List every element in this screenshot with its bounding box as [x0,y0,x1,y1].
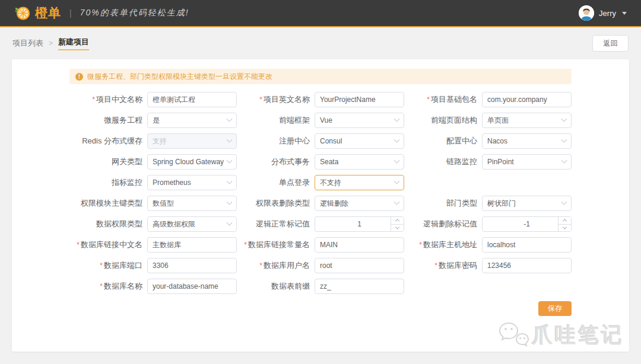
form-grid: *项目中文名称*项目英文名称*项目基础包名微服务工程是前端框架Vue前端页面结构… [69,92,572,294]
form-field: 数据表前缀 [237,279,404,294]
select-dropdown[interactable]: Vue [315,113,404,128]
field-label-text: 数据库密码 [439,261,477,270]
warning-banner: ! 微服务工程、部门类型权限模块主键类型一旦设置不能更改 [69,69,572,84]
field-label-text: 分布式事务 [271,157,310,166]
user-menu[interactable]: Jerry [579,5,627,21]
text-input[interactable] [147,237,237,253]
select-dropdown[interactable]: Prometheus [147,175,237,190]
select-dropdown[interactable]: Seata [315,154,404,170]
stepper-up-button[interactable] [559,217,571,225]
select-value: 高级数据权限 [153,219,195,229]
select-dropdown[interactable]: Nacos [482,133,572,149]
form-field: 权限模块主键类型数值型 [69,196,237,211]
form-field: Redis 分布式缓存支持 [69,133,237,149]
form-field: *项目基础包名 [404,92,572,107]
text-input[interactable] [147,258,237,273]
field-control [315,279,404,294]
select-dropdown[interactable]: 数值型 [147,196,237,211]
field-control [315,237,404,253]
field-label: *项目基础包名 [404,94,482,105]
orange-slice-icon [14,5,30,21]
select-value: 树状部门 [487,199,516,209]
text-input[interactable] [315,92,404,107]
field-label-text: 数据库链接常量名 [248,240,310,249]
field-control [315,92,404,107]
field-label: 网关类型 [69,157,147,167]
required-asterisk: * [92,95,95,104]
form-field: *项目英文名称 [237,92,404,107]
required-asterisk: * [259,95,262,104]
chevron-up-icon [395,219,399,223]
field-label: *项目中文名称 [69,94,147,105]
text-input[interactable] [315,258,404,273]
select-dropdown[interactable]: 单页面 [482,113,572,128]
field-label: *数据库主机地址 [404,240,482,250]
field-label: *数据库链接中文名 [69,240,147,250]
required-asterisk: * [259,261,262,270]
stepper-up-button[interactable] [391,217,404,225]
stepper-down-button[interactable] [559,225,571,232]
select-value: PinPoint [487,158,514,166]
text-input[interactable] [482,92,572,107]
field-label-text: 权限表删除类型 [256,199,310,207]
field-control [315,258,404,273]
field-control [482,237,572,253]
required-asterisk: * [100,282,103,290]
field-control: Prometheus [147,175,237,190]
select-value: 是 [153,116,160,126]
select-dropdown[interactable]: PinPoint [482,154,572,170]
field-label: 部门类型 [404,198,482,209]
field-label-text: 数据库主机地址 [423,240,477,249]
save-button[interactable]: 保存 [538,301,572,316]
field-label-text: 数据库名称 [104,282,142,290]
select-dropdown[interactable]: 树状部门 [482,196,572,211]
form-field: 配置中心Nacos [404,133,572,149]
breadcrumb-parent[interactable]: 项目列表 [12,38,43,49]
form-field: 链路监控PinPoint [404,154,572,170]
chevron-down-icon [227,136,233,142]
select-value: Consul [320,137,342,145]
select-dropdown[interactable]: 是 [147,113,237,128]
select-dropdown[interactable]: Consul [315,133,404,149]
field-label-text: 指标监控 [112,178,142,187]
chevron-down-icon [394,136,400,142]
select-dropdown[interactable]: 不支持 [315,175,404,190]
text-input[interactable] [482,258,572,273]
text-input[interactable] [315,279,404,294]
field-label-text: 注册中心 [279,136,310,145]
brand: 橙单 [14,5,61,21]
field-label: *数据库名称 [69,281,147,292]
select-value: Nacos [487,137,507,145]
chevron-down-icon [227,116,233,122]
field-label: 数据权限类型 [69,219,147,229]
field-label-text: 数据表前缀 [271,282,310,290]
required-asterisk: * [419,241,422,249]
tagline: 70%的表单代码轻松生成! [80,8,189,18]
form-field: *数据库链接中文名 [69,237,237,253]
field-control [482,92,572,107]
back-button[interactable]: 返回 [592,35,629,52]
form-field: 单点登录不支持 [237,175,404,190]
chevron-down-icon [395,225,399,229]
chevron-down-icon [394,199,400,205]
text-input[interactable] [147,92,237,107]
form-field: 微服务工程是 [69,113,237,128]
form-field: 逻辑正常标记值 [237,216,404,232]
select-dropdown[interactable]: 高级数据权限 [147,216,237,232]
field-label-text: 数据库链接中文名 [81,240,142,249]
text-input[interactable] [147,279,237,294]
field-control: PinPoint [482,154,572,170]
form-field: 网关类型Spring Cloud Gateway [69,154,237,170]
text-input[interactable] [315,237,404,253]
field-label: 配置中心 [404,136,482,146]
field-label: *数据库链接常量名 [237,240,315,250]
field-control: 不支持 [315,175,404,190]
field-label: 单点登录 [237,177,315,188]
chevron-down-icon [561,116,567,122]
stepper-down-button[interactable] [391,225,404,232]
text-input[interactable] [482,237,572,253]
field-control: 单页面 [482,113,572,128]
select-dropdown[interactable]: 逻辑删除 [315,196,404,211]
select-dropdown[interactable]: Spring Cloud Gateway [147,154,237,170]
field-control: 是 [147,113,237,128]
